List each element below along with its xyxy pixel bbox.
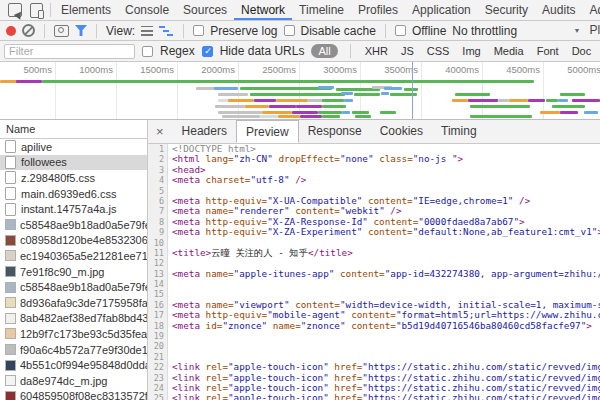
waterfall-bar <box>540 111 560 114</box>
record-icon[interactable] <box>6 26 16 36</box>
request-row-4b551c0f994e95848d0dda09-[interactable]: 4b551c0f994e95848d0dda09... <box>0 357 147 373</box>
request-name: z.298480f5.css <box>21 172 95 184</box>
request-name: 8ab482aef38ed7fab8bd4314... <box>20 312 147 324</box>
request-row-8ab482aef38ed7fab8bd4314-[interactable]: 8ab482aef38ed7fab8bd4314... <box>0 311 147 327</box>
divider <box>50 3 51 17</box>
detail-tab-cookies[interactable]: Cookies <box>371 120 432 143</box>
inspect-cursor-icon[interactable] <box>8 3 22 17</box>
document-icon <box>5 187 16 200</box>
code-line: 4<meta charset="utf-8" /> <box>148 175 600 185</box>
devtools-tab-bar: ElementsConsoleSourcesNetworkTimelinePro… <box>0 0 600 21</box>
request-row-apilive[interactable]: apilive <box>0 139 147 155</box>
type-filter-media[interactable]: Media <box>492 45 526 57</box>
request-row-main-d6939ed6-css[interactable]: main.d6939ed6.css <box>0 186 147 202</box>
waterfall-bar <box>341 92 353 95</box>
devtools-tab-profiles[interactable]: Profiles <box>351 0 405 20</box>
timeline-tick-label: 3000ms <box>300 64 357 75</box>
regex-checkbox[interactable] <box>142 46 153 57</box>
load-event-line <box>412 62 413 119</box>
devtools-tab-audits[interactable]: Audits <box>535 0 582 20</box>
devtools-tab-adblock-plus[interactable]: Adblock Plus <box>582 0 600 20</box>
request-name: da8e974dc_m.jpg <box>20 375 107 387</box>
waterfall-bar <box>222 115 260 118</box>
code-line: 18<meta id="znonce" name="znonce" conten… <box>148 321 600 331</box>
close-icon[interactable]: × <box>148 124 173 139</box>
detail-tab-timing[interactable]: Timing <box>432 120 486 143</box>
type-filter-img[interactable]: Img <box>460 45 482 57</box>
code-line: 7<meta name="renderer" content="webkit" … <box>148 206 600 216</box>
filter-icon[interactable] <box>75 25 87 36</box>
request-name: followees <box>21 156 67 168</box>
devtools-tab-sources[interactable]: Sources <box>176 0 234 20</box>
image-thumbnail-icon <box>5 282 16 293</box>
devtools-tab-network[interactable]: Network <box>234 0 292 20</box>
waterfall-bar <box>404 88 418 91</box>
request-row-8d936afa9c3de7175958fae5-[interactable]: 8d936afa9c3de7175958fae5... <box>0 295 147 311</box>
devtools-tab-application[interactable]: Application <box>405 0 478 20</box>
type-filter-doc[interactable]: Doc <box>570 45 594 57</box>
request-row-da8e974dc-m-jpg[interactable]: da8e974dc_m.jpg <box>0 373 147 389</box>
request-row-c58548ae9b18ad0a5e79fe4e-[interactable]: c58548ae9b18ad0a5e79fe4e... <box>0 217 147 233</box>
network-overview[interactable]: 500ms1000ms1500ms2000ms2500ms3000ms3500m… <box>0 62 600 120</box>
source-text: <link rel="apple-touch-icon" href="https… <box>168 362 600 372</box>
waterfall-bar <box>452 99 468 102</box>
code-line: 19 <box>148 331 600 341</box>
type-filter-all[interactable]: All <box>311 44 337 58</box>
preserve-log-checkbox[interactable] <box>193 25 204 36</box>
type-filter-js[interactable]: JS <box>399 45 416 57</box>
waterfall-bar <box>218 93 248 96</box>
type-filter-xhr[interactable]: XHR <box>363 45 390 57</box>
filter-input[interactable] <box>4 44 135 59</box>
device-toolbar-icon[interactable] <box>30 3 43 18</box>
regex-label: Regex <box>160 44 195 58</box>
timeline-tick-label: 3500ms <box>361 64 418 75</box>
offline-checkbox[interactable] <box>395 25 406 36</box>
devtools-tab-timeline[interactable]: Timeline <box>292 0 351 20</box>
document-icon <box>5 140 16 153</box>
throttling-dropdown[interactable]: No throttling ▼ <box>452 24 580 38</box>
request-row-ec1940365a5e21281ee71856-[interactable]: ec1940365a5e21281ee71856... <box>0 248 147 264</box>
request-row-f90a6c4b572a77e9f30de153-[interactable]: f90a6c4b572a77e9f30de153... <box>0 342 147 358</box>
source-text: <meta name="viewport" content="width=dev… <box>168 300 600 310</box>
detail-tab-preview[interactable]: Preview <box>236 120 299 143</box>
line-number: 23 <box>148 373 168 383</box>
code-line: 12 <box>148 258 600 268</box>
request-list-view-icon[interactable] <box>141 26 153 36</box>
request-row-7e91f8c90-m-jpg[interactable]: 7e91f8c90_m.jpg <box>0 264 147 280</box>
resource-type-filters: AllXHRJSCSSImgMediaFontDocWSManifestOthe… <box>311 44 600 58</box>
request-row-c58548ae9b18ad0a5e79fe4e-[interactable]: c58548ae9b18ad0a5e79fe4e... <box>0 279 147 295</box>
name-column-header[interactable]: Name <box>0 120 147 139</box>
devtools-tab-elements[interactable]: Elements <box>54 0 118 20</box>
request-name: main.d6939ed6.css <box>21 188 116 200</box>
request-row-c08958d120be4e853230649-[interactable]: c08958d120be4e853230649... <box>0 233 147 249</box>
line-number: 20 <box>148 341 168 351</box>
disable-cache-checkbox[interactable] <box>284 25 295 36</box>
hide-data-urls-checkbox[interactable] <box>202 46 213 57</box>
detail-tab-response[interactable]: Response <box>299 120 371 143</box>
waterfall-bar <box>352 111 369 114</box>
preview-source-view[interactable]: 1<!DOCTYPE html>2<html lang="zh-CN" drop… <box>148 144 600 400</box>
clear-icon[interactable] <box>22 24 35 37</box>
type-filter-css[interactable]: CSS <box>425 45 452 57</box>
waterfall-view-icon[interactable] <box>159 26 165 28</box>
request-row-followees[interactable]: followees <box>0 155 147 171</box>
waterfall-bar <box>355 115 371 118</box>
request-name: 12b9f7c173be93c5d35fea2d... <box>20 328 147 340</box>
request-row-12b9f7c173be93c5d35fea2d-[interactable]: 12b9f7c173be93c5d35fea2d... <box>0 326 147 342</box>
type-filter-font[interactable]: Font <box>535 45 561 57</box>
request-row-z-298480f5-css[interactable]: z.298480f5.css <box>0 170 147 186</box>
waterfall-bar <box>584 111 598 114</box>
code-line: 10 <box>148 238 600 248</box>
waterfall-bar <box>215 105 245 108</box>
divider <box>44 24 45 38</box>
detail-tab-headers[interactable]: Headers <box>173 120 236 143</box>
waterfall-bar <box>560 93 585 96</box>
request-row-instant-14757a4a-js[interactable]: instant.14757a4a.js <box>0 201 147 217</box>
capture-screenshots-icon[interactable] <box>54 25 69 37</box>
devtools-tab-console[interactable]: Console <box>118 0 176 20</box>
image-thumbnail-icon <box>5 328 16 339</box>
source-text <box>168 186 172 196</box>
line-number: 25 <box>148 393 168 400</box>
request-row-604859508f08ec8313572f0e7[interactable]: 604859508f08ec8313572f0e7 <box>0 389 147 400</box>
devtools-tab-security[interactable]: Security <box>478 0 535 20</box>
